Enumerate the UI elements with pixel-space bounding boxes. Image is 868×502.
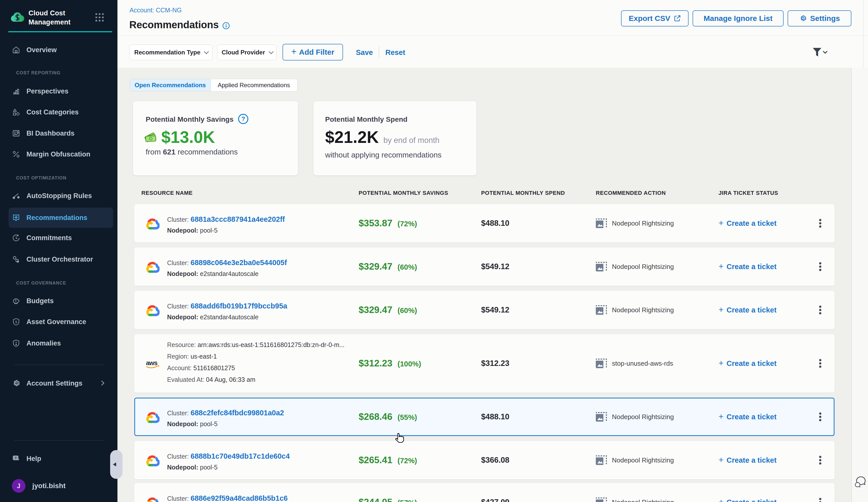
svg-text:?: ? bbox=[241, 115, 245, 122]
svg-text:$: $ bbox=[15, 299, 17, 302]
svg-text:$: $ bbox=[15, 320, 17, 324]
svg-text:aws: aws bbox=[146, 359, 157, 367]
